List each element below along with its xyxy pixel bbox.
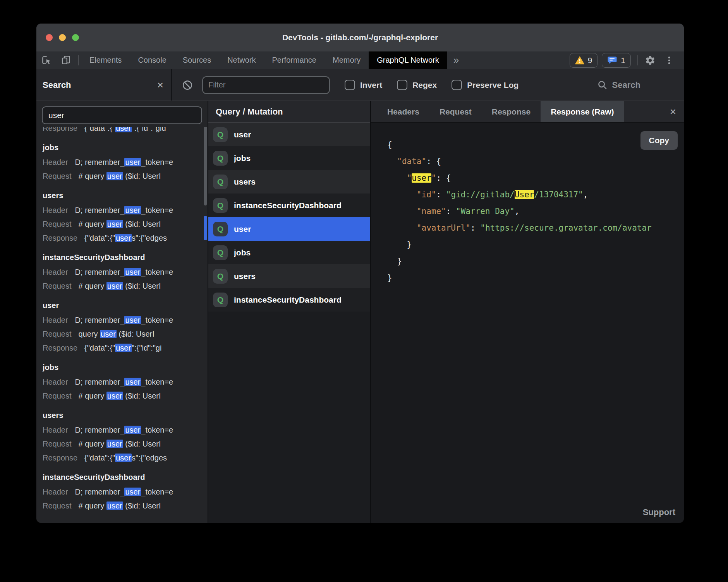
search-result-row[interactable]: Request# query user ($id: UserI [43, 217, 208, 231]
json-token: , [515, 207, 520, 216]
toolbar-search-button[interactable]: Search [597, 80, 640, 90]
search-result-section[interactable]: instanceSecurityDashboard [43, 250, 208, 265]
query-item-jobs[interactable]: Qjobs [208, 241, 370, 264]
support-link[interactable]: Support [643, 507, 675, 517]
text-segment: query [79, 330, 100, 338]
scrollbar-thumb[interactable] [204, 120, 207, 205]
tab-console[interactable]: Console [130, 51, 174, 69]
more-options-kebab-icon[interactable] [660, 51, 678, 69]
response-tab-response[interactable]: Response [482, 101, 541, 122]
query-item-label: user [234, 130, 251, 139]
inspect-element-icon[interactable] [36, 51, 56, 69]
json-token: "name" [417, 207, 446, 216]
search-result-section[interactable]: user [43, 298, 208, 313]
json-token: : [436, 173, 446, 183]
search-result-section[interactable]: users [43, 188, 208, 203]
filter-input-box[interactable] [202, 76, 330, 94]
query-item-users[interactable]: Qusers [208, 170, 370, 193]
query-item-users[interactable]: Qusers [208, 264, 370, 288]
regex-checkbox[interactable] [397, 80, 407, 90]
tab-sources[interactable]: Sources [175, 51, 219, 69]
result-value: # query user ($id: UserI [79, 282, 161, 290]
query-item-user[interactable]: Quser [208, 217, 370, 241]
match-highlight: user [106, 502, 123, 510]
query-type-badge: Q [213, 127, 228, 142]
search-result-row[interactable]: HeaderD; remember_user_token=e [43, 485, 208, 499]
search-result-section[interactable]: users [43, 407, 208, 423]
copy-button[interactable]: Copy [640, 131, 678, 150]
tab-performance[interactable]: Performance [264, 51, 325, 69]
result-field-label: Header [43, 158, 68, 166]
result-value: # query user ($id: UserI [79, 502, 161, 510]
search-result-row[interactable]: Response{"data":{"users":{"edges [43, 451, 208, 465]
tab-network[interactable]: Network [219, 51, 264, 69]
search-result-row[interactable]: HeaderD; remember_user_token=e [43, 423, 208, 437]
text-segment: {"data":{" [84, 454, 115, 462]
search-result-row[interactable]: Request# query user ($id: UserI [43, 389, 208, 403]
search-result-row[interactable]: HeaderD; remember_user_token=e [43, 155, 208, 169]
search-result-row[interactable]: Request# query user ($id: UserI [43, 279, 208, 293]
device-toolbar-icon[interactable] [56, 51, 76, 69]
search-result-row[interactable]: HeaderD; remember_user_token=e [43, 375, 208, 389]
tab-graphql-network[interactable]: GraphQL Network [369, 51, 447, 69]
more-panels-button[interactable]: » [447, 54, 465, 66]
match-highlight: user [115, 127, 132, 132]
search-result-row[interactable]: Request# query user ($id: UserI [43, 169, 208, 183]
window-titlebar: DevTools - gitlab.com/-/graphql-explorer [36, 24, 684, 51]
match-highlight: user [106, 220, 123, 228]
json-viewer: { "data": { "user": { "id": "gid://gitla… [387, 137, 684, 286]
search-result-section[interactable]: jobs [43, 140, 208, 155]
tab-memory[interactable]: Memory [325, 51, 369, 69]
match-highlight: user [115, 234, 132, 242]
query-item-jobs[interactable]: Qjobs [208, 146, 370, 170]
search-result-row[interactable]: Response{"data":{"users":{"edges [43, 231, 208, 245]
invert-checkbox[interactable] [345, 80, 355, 90]
checkbox-regex[interactable]: Regex [397, 80, 437, 90]
search-result-row[interactable]: HeaderD; remember_user_token=e [43, 203, 208, 217]
text-segment: _token=e [141, 426, 173, 434]
search-result-row[interactable]: HeaderD; remember_user_token=e [43, 313, 208, 327]
json-line: } [387, 236, 684, 253]
match-highlight: user [124, 206, 141, 214]
response-body: { "data": { "user": { "id": "gid://gitla… [371, 123, 684, 523]
json-token: } [387, 240, 412, 249]
match-highlight: user [124, 316, 141, 324]
query-item-instancesecuritydashboard[interactable]: QinstanceSecurityDashboard [208, 193, 370, 217]
search-input[interactable] [42, 106, 202, 124]
result-field-label: Header [43, 378, 68, 386]
search-result-section[interactable]: jobs [43, 359, 208, 375]
result-value: D; remember_user_token=e [75, 316, 173, 324]
checkbox-preserve-log[interactable]: Preserve Log [452, 80, 519, 90]
search-result-row[interactable]: HeaderD; remember_user_token=e [43, 265, 208, 279]
response-tab-request[interactable]: Request [429, 101, 482, 122]
search-result-row[interactable]: Response{"data":{"user":{"id":"gid [43, 127, 208, 135]
response-tab-headers[interactable]: Headers [377, 101, 429, 122]
messages-badge[interactable]: 1 [602, 53, 631, 68]
query-item-label: instanceSecurityDashboard [234, 295, 342, 305]
issues-warning-badge[interactable]: 9 [570, 53, 598, 68]
checkbox-invert[interactable]: Invert [345, 80, 382, 90]
search-result-row[interactable]: Request# query user ($id: UserI [43, 499, 208, 513]
response-tab-response-raw[interactable]: Response (Raw) [541, 101, 624, 122]
search-result-row[interactable]: Requestquery user ($id: UserI [43, 327, 208, 341]
search-result-section[interactable]: instanceSecurityDashboard [43, 469, 208, 485]
search-result-row[interactable]: Response{"data":{"user":{"id":"gi [43, 341, 208, 355]
result-value: # query user ($id: UserI [79, 220, 161, 228]
match-highlight: user [106, 172, 123, 180]
query-item-user[interactable]: Quser [208, 123, 370, 146]
query-item-instancesecuritydashboard[interactable]: QinstanceSecurityDashboard [208, 288, 370, 312]
close-details-button[interactable]: × [670, 106, 676, 117]
json-token: } [387, 257, 402, 266]
result-field-label: Header [43, 488, 68, 496]
close-search-panel-button[interactable]: × [157, 80, 163, 91]
tab-elements[interactable]: Elements [81, 51, 130, 69]
regex-label: Regex [412, 80, 437, 90]
text-segment: # query [79, 440, 106, 448]
json-token [387, 190, 417, 199]
filter-input[interactable] [208, 80, 324, 89]
preserve-log-checkbox[interactable] [452, 80, 462, 90]
search-result-row[interactable]: Request# query user ($id: UserI [43, 437, 208, 451]
settings-gear-icon[interactable] [640, 51, 660, 69]
json-token: : [426, 157, 436, 166]
clear-block-icon[interactable] [177, 69, 197, 101]
